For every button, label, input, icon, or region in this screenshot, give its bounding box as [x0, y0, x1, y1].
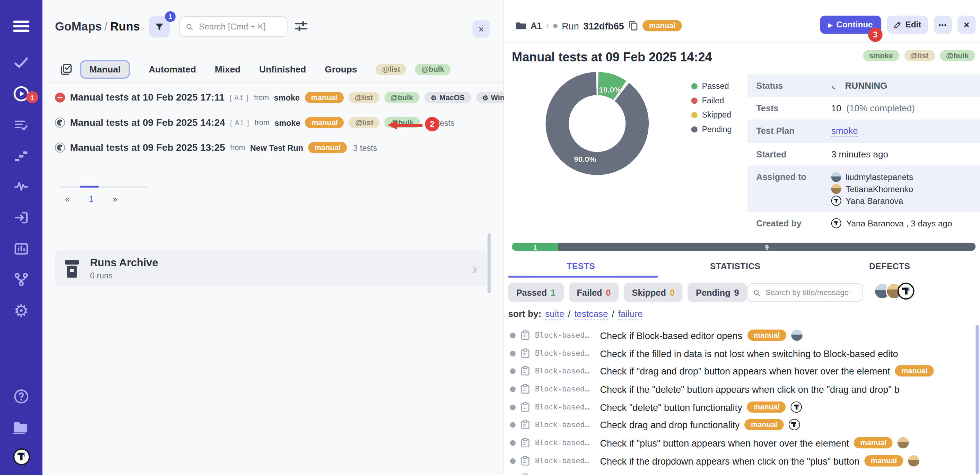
close-button[interactable]: ×	[958, 16, 975, 33]
left-scrollbar[interactable]	[488, 233, 491, 293]
info-row-plan: Test Plan smoke	[748, 119, 980, 143]
test-row[interactable]: Block-based… Check "delete" button funct…	[504, 399, 980, 414]
run-title[interactable]: Manual tests at 10 Feb 2025 17:11	[70, 92, 224, 103]
clipboard-icon	[520, 330, 530, 340]
run-title[interactable]: Manual tests at 09 Feb 2025 13:25	[70, 142, 225, 153]
run-list-item[interactable]: Manual tests at 10 Feb 2025 17:11 [ A1 ]…	[55, 92, 565, 103]
tag-filter-list[interactable]: @list	[375, 64, 406, 75]
tab-automated[interactable]: Automated	[149, 64, 196, 74]
test-title[interactable]: Check "delete" button functionality	[600, 402, 742, 413]
activity-icon[interactable]	[13, 177, 30, 195]
runs-search[interactable]	[180, 16, 288, 37]
select-all-icon[interactable]	[60, 63, 72, 75]
tab-defects[interactable]: DEFECTS	[813, 256, 967, 276]
annotation-badge-2: 2	[425, 117, 439, 131]
test-title[interactable]: Check if Block-based editor opens	[600, 330, 742, 341]
assignee[interactable]: liudmylastepanets	[831, 172, 913, 182]
test-row[interactable]: Block-based… Check if the "delete" butto…	[504, 381, 980, 396]
chevron-right-icon: ›	[472, 259, 477, 278]
chart-legend: Passed Failed Skipped Pending	[691, 81, 732, 134]
pagination-page-1[interactable]: 1	[89, 194, 94, 204]
test-title[interactable]: Check drag and drop functionality	[600, 419, 740, 430]
test-row[interactable]: Block-based… Check if "drag and drop" bu…	[504, 363, 980, 378]
sort-by-testcase[interactable]: testcase	[574, 309, 608, 320]
tests-search[interactable]	[748, 283, 862, 302]
clipboard-icon	[520, 384, 530, 394]
test-title[interactable]: Check if "plus" button appears when hove…	[600, 438, 849, 448]
runs-archive-card[interactable]: Runs Archive 0 runs ›	[55, 250, 488, 286]
test-row-partial[interactable]: Block-based…	[504, 471, 980, 475]
sidebar: 1 ⚙	[0, 0, 43, 475]
run-title[interactable]: Manual tests at 09 Feb 2025 14:24	[70, 117, 225, 128]
gear-icon: ⚙	[431, 94, 437, 101]
folder-icon	[515, 21, 527, 30]
pagination-prev[interactable]: «	[65, 194, 70, 204]
test-row[interactable]: Block-based… Check if "plus" button appe…	[504, 435, 980, 450]
avatar	[831, 196, 842, 206]
copy-icon[interactable]	[628, 20, 638, 31]
checklist-icon[interactable]	[13, 116, 30, 134]
chip-passed[interactable]: Passed1	[508, 282, 563, 302]
run-detail-panel: A1 › Run 312dfb65 manual ▶ Continue Edit…	[504, 0, 980, 475]
tab-unfinished[interactable]: Unfinished	[259, 64, 306, 74]
clipboard-icon	[520, 366, 530, 376]
tag-filter-bulk[interactable]: @bulk	[415, 64, 450, 75]
tab-statistics[interactable]: STATISTICS	[658, 256, 812, 276]
avatar	[897, 282, 915, 300]
pagination-next[interactable]: »	[113, 194, 118, 204]
breadcrumb-project[interactable]: GoMaps	[55, 20, 102, 33]
chip-failed[interactable]: Failed0	[569, 282, 619, 302]
runs-search-input[interactable]	[197, 21, 281, 32]
info-row-started: Started 3 minutes ago	[748, 143, 980, 166]
more-button[interactable]: •••	[934, 16, 952, 33]
tab-tests[interactable]: TESTS	[504, 256, 658, 276]
assignee[interactable]: Yana Baranova	[831, 196, 913, 206]
test-row[interactable]: Block-based… Check drag and drop functio…	[504, 417, 980, 432]
sort-by-suite[interactable]: suite	[545, 309, 564, 320]
folder-icon[interactable]	[13, 419, 30, 436]
tag-smoke: smoke	[863, 50, 899, 61]
right-scrollbar[interactable]	[975, 325, 978, 474]
user-logo[interactable]	[13, 448, 30, 465]
branch-icon[interactable]	[13, 271, 30, 289]
avatar	[908, 455, 920, 466]
test-row[interactable]: Block-based… Check if the filled in data…	[504, 346, 980, 360]
test-plan-link[interactable]: smoke	[831, 126, 858, 137]
pending-dot	[510, 458, 515, 464]
tab-manual[interactable]: Manual	[80, 60, 130, 78]
steps-icon[interactable]	[13, 148, 30, 165]
edit-button[interactable]: Edit	[886, 16, 928, 33]
breadcrumb-suite[interactable]: A1	[531, 21, 542, 31]
assignee[interactable]: TetianaKhomenko	[831, 184, 913, 194]
tests-search-input[interactable]	[764, 288, 857, 298]
test-title[interactable]: Check if "drag and drop" button appears …	[600, 365, 890, 376]
run-list-item[interactable]: Manual tests at 09 Feb 2025 13:25 from N…	[55, 142, 377, 153]
tab-groups[interactable]: Groups	[325, 64, 357, 74]
help-icon[interactable]	[13, 387, 30, 405]
adjustments-icon[interactable]	[295, 21, 307, 35]
chip-pending[interactable]: Pending9	[688, 282, 747, 302]
signin-icon[interactable]	[13, 209, 30, 226]
pending-dot	[510, 386, 515, 392]
page-title: Runs	[110, 20, 140, 33]
test-title[interactable]: Check if the filled in data is not lost …	[600, 348, 898, 359]
pending-dot	[691, 126, 698, 132]
test-list: Block-based… Check if Block-based editor…	[504, 323, 980, 475]
stopped-status-icon	[55, 92, 65, 103]
test-title[interactable]: Check if the "delete" button appears whe…	[600, 384, 899, 394]
panel-close-button[interactable]: ×	[473, 20, 490, 37]
gear-icon: ⚙	[482, 94, 488, 101]
tab-mixed[interactable]: Mixed	[215, 64, 240, 74]
check-icon[interactable]	[13, 54, 30, 71]
spinner-icon	[831, 81, 840, 90]
gear-icon[interactable]: ⚙	[13, 302, 30, 319]
bar-chart-icon[interactable]	[13, 240, 30, 258]
test-row[interactable]: Block-based… Check if the dropdown appea…	[504, 454, 980, 469]
menu-icon[interactable]	[13, 18, 30, 35]
avatar	[831, 184, 842, 194]
test-row[interactable]: Block-based… Check if Block-based editor…	[504, 328, 980, 343]
sort-by-failure[interactable]: failure	[618, 309, 643, 320]
chip-skipped[interactable]: Skipped0	[624, 282, 682, 302]
test-title[interactable]: Check if the dropdown appears when click…	[600, 456, 859, 466]
assignee-avatar-stack[interactable]	[873, 282, 914, 300]
